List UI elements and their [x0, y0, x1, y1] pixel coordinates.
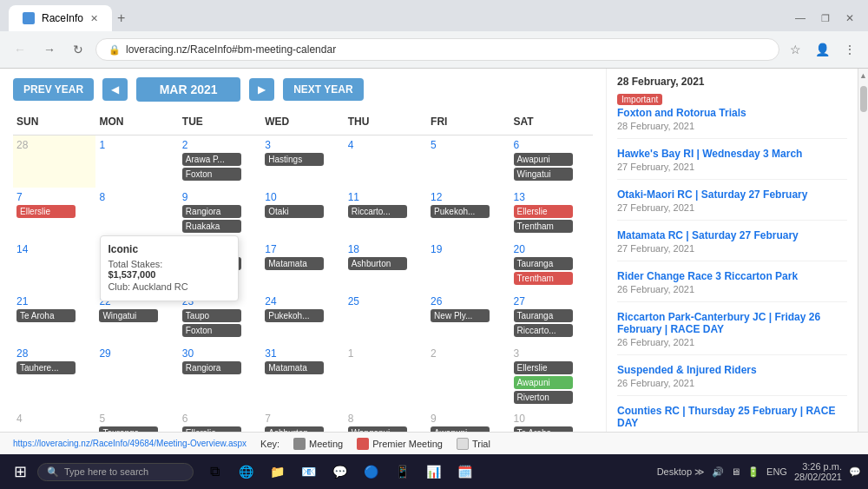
calendar-day[interactable]: 28 [13, 135, 95, 188]
day-number[interactable]: 13 [514, 191, 589, 203]
calendar-day[interactable]: 25 [345, 292, 427, 344]
day-number[interactable]: 25 [348, 295, 424, 307]
calendar-day[interactable]: 6AwapuniWingatui [510, 135, 593, 188]
calendar-day[interactable]: 27TaurangaRiccarto... [510, 292, 593, 344]
notifications-icon[interactable]: 💬 [849, 466, 861, 478]
day-number[interactable]: 6 [182, 413, 258, 425]
day-number[interactable]: 9 [182, 191, 258, 203]
day-number[interactable]: 4 [16, 413, 92, 425]
event-pill[interactable]: Foxton [182, 324, 241, 337]
calendar-day[interactable]: 30Rangiora [179, 344, 261, 409]
day-number[interactable]: 10 [265, 191, 340, 203]
calendar-day[interactable]: 12Pukekoh... [427, 188, 510, 240]
rp-item-title[interactable]: Foxton and Rotorua Trials [617, 107, 847, 119]
event-pill[interactable]: Tauranga [514, 309, 573, 322]
day-number[interactable]: 6 [514, 139, 589, 151]
day-number[interactable]: 8 [348, 413, 424, 425]
reload-button[interactable]: ↻ [68, 39, 89, 60]
day-number[interactable]: 28 [16, 139, 92, 151]
calendar-day[interactable]: 20TaurangaTrentham [510, 240, 593, 292]
taskbar-icon-chrome[interactable]: 🔵 [357, 458, 385, 486]
back-button[interactable]: ← [9, 39, 31, 60]
rp-item-title[interactable]: Otaki-Maori RC | Saturday 27 February [617, 188, 847, 201]
calendar-day[interactable]: 24Pukekoh... [261, 292, 344, 344]
event-pill[interactable]: Ellerslie [16, 205, 76, 218]
rp-item-title[interactable]: Counties RC | Thursday 25 February | RAC… [617, 405, 847, 429]
day-number[interactable]: 9 [431, 413, 506, 425]
day-number[interactable]: 2 [431, 347, 506, 360]
bookmark-button[interactable]: ☆ [786, 39, 805, 60]
event-pill[interactable]: Matamata [265, 257, 324, 270]
scroll-thumb[interactable] [860, 86, 867, 112]
forward-button[interactable]: → [38, 39, 61, 60]
calendar-day[interactable]: 8 Iconic Total Stakes:$1,537,000 Club: A… [95, 188, 178, 240]
event-pill[interactable]: Wingatui [514, 168, 573, 181]
scroll-up-button[interactable]: ▲ [857, 69, 868, 83]
calendar-day[interactable]: 18Ashburton [345, 240, 427, 292]
day-number[interactable]: 19 [431, 243, 506, 255]
day-number[interactable]: 26 [431, 295, 506, 307]
close-window-button[interactable]: ✕ [840, 9, 859, 28]
rp-item-title[interactable]: Riccarton Park-Canterbury JC | Friday 26… [617, 311, 847, 335]
start-button[interactable]: ⊞ [7, 459, 34, 485]
calendar-day[interactable]: 26New Ply... [427, 292, 510, 344]
day-number[interactable]: 27 [514, 295, 589, 307]
event-pill[interactable]: Awapuni [514, 153, 573, 166]
taskbar-icon-task-view[interactable]: ⧉ [201, 458, 228, 486]
taskbar-icon-app2[interactable]: 📊 [419, 458, 447, 486]
prev-year-button[interactable]: PREV YEAR [13, 78, 94, 101]
event-pill[interactable]: Tauranga [514, 257, 573, 270]
day-number[interactable]: 30 [182, 347, 258, 360]
event-pill[interactable]: New Ply... [431, 309, 490, 322]
day-number[interactable]: 2 [182, 139, 258, 151]
event-pill[interactable]: Trentham [514, 272, 573, 285]
next-year-button[interactable]: NEXT YEAR [283, 78, 363, 101]
calendar-day[interactable]: 14 [13, 240, 95, 292]
day-number[interactable]: 14 [16, 243, 92, 255]
menu-button[interactable]: ⋮ [840, 39, 859, 60]
taskbar-icon-app1[interactable]: 📱 [388, 458, 416, 486]
event-pill[interactable]: Riverton [514, 391, 573, 404]
calendar-day[interactable]: 31Matamata [261, 344, 344, 409]
day-number[interactable]: 11 [348, 191, 424, 203]
day-number[interactable]: 28 [16, 347, 92, 360]
taskbar-icon-app3[interactable]: 🗓️ [450, 458, 478, 486]
day-number[interactable]: 7 [265, 413, 340, 425]
day-number[interactable]: 8 [99, 191, 174, 203]
day-number[interactable]: 17 [265, 243, 340, 255]
calendar-day[interactable]: 7Ellerslie [13, 188, 95, 240]
event-pill[interactable]: Tauhere... [16, 361, 76, 374]
day-number[interactable]: 5 [431, 139, 506, 151]
event-pill[interactable]: Pukekoh... [265, 309, 324, 322]
minimize-button[interactable]: — [790, 9, 811, 28]
calendar-day[interactable]: 17Matamata [261, 240, 344, 292]
event-pill[interactable]: Ellerslie [514, 361, 573, 374]
calendar-day[interactable]: 21Te Aroha [13, 292, 95, 344]
day-number[interactable]: 7 [16, 191, 92, 203]
scrollbar[interactable]: ▲ ▼ [858, 69, 868, 489]
url-bar[interactable]: 🔒 loveracing.nz/RaceInfo#bm-meeting-cale… [95, 38, 779, 61]
day-number[interactable]: 4 [348, 139, 424, 151]
calendar-day[interactable]: 4 [345, 135, 427, 188]
day-number[interactable]: 3 [265, 139, 340, 151]
taskbar-icon-browser[interactable]: 🌐 [232, 458, 260, 486]
taskbar-icon-folder[interactable]: 📁 [263, 458, 291, 486]
event-pill[interactable]: Ruakaka [182, 220, 241, 233]
taskbar-search[interactable]: 🔍 Type here to search [37, 463, 194, 481]
day-number[interactable]: 1 [99, 139, 174, 151]
event-pill[interactable]: Ashburton [348, 257, 407, 270]
calendar-day[interactable]: 11Riccarto... [345, 188, 427, 240]
taskbar-icon-outlook[interactable]: 📧 [294, 458, 322, 486]
profile-button[interactable]: 👤 [812, 39, 833, 60]
calendar-day[interactable]: 3EllerslieAwapuniRiverton [510, 344, 593, 409]
event-pill[interactable]: Ellerslie [514, 205, 573, 218]
day-number[interactable]: 18 [348, 243, 424, 255]
calendar-day[interactable]: 1 [345, 344, 427, 409]
event-pill[interactable]: Hastings [265, 153, 324, 166]
prev-month-button[interactable]: ◀ [102, 78, 128, 101]
event-pill[interactable]: Otaki [265, 205, 324, 218]
event-pill[interactable]: Rangiora [182, 205, 241, 218]
new-tab-button[interactable]: + [117, 10, 125, 26]
calendar-day[interactable]: 19 [427, 240, 510, 292]
day-number[interactable]: 10 [514, 413, 589, 425]
